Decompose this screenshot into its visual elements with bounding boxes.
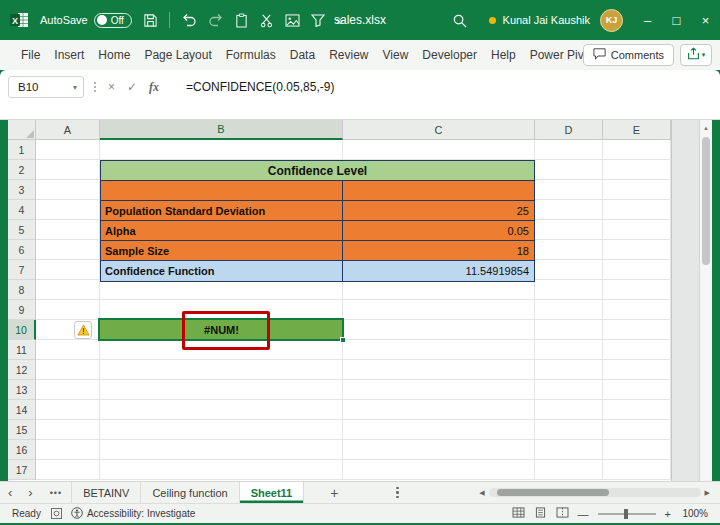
page-break-view-icon[interactable] (556, 507, 569, 520)
table-cell-value[interactable] (343, 181, 534, 200)
scroll-right-icon[interactable]: ▶ (705, 489, 710, 497)
name-box[interactable]: B10 ▾ (8, 76, 84, 98)
row-header-10[interactable]: 10 (8, 320, 36, 340)
row-header-17[interactable]: 17 (8, 460, 36, 480)
table-cell-value[interactable]: 0.05 (343, 221, 534, 240)
vertical-scrollbar[interactable]: ▲ (699, 120, 712, 481)
table-cell-value[interactable]: 25 (343, 201, 534, 220)
zoom-out-button[interactable]: — (578, 508, 589, 520)
new-sheet-button[interactable]: + (330, 485, 338, 501)
row-header-5[interactable]: 5 (8, 220, 36, 240)
row-header-9[interactable]: 9 (8, 300, 36, 320)
vertical-scrollbar-thumb[interactable] (702, 137, 710, 265)
zoom-slider[interactable] (598, 513, 656, 515)
sheet-menu-icon[interactable] (396, 487, 399, 499)
row-header-4[interactable]: 4 (8, 200, 36, 220)
accessibility-status[interactable]: Accessibility: Investigate (71, 507, 195, 521)
scroll-left-icon[interactable]: ◀ (479, 489, 484, 497)
cut-icon[interactable] (259, 13, 274, 28)
row-header-16[interactable]: 16 (8, 440, 36, 460)
row-header-1[interactable]: 1 (8, 140, 36, 160)
zoom-in-button[interactable]: + (665, 508, 671, 520)
sheet-tab-betainv[interactable]: BETAINV (71, 482, 141, 503)
column-header-c[interactable]: C (343, 120, 535, 140)
table-row[interactable]: Population Standard Deviation 25 (101, 201, 534, 221)
ribbon-tab-file[interactable]: File (14, 40, 47, 70)
ribbon-tab-view[interactable]: View (376, 40, 416, 70)
formula-input[interactable]: =CONFIDENCE(0.05,85,-9) (186, 76, 334, 98)
row-header-11[interactable]: 11 (8, 340, 36, 360)
document-title[interactable]: sales.xlsx (334, 0, 386, 40)
table-cell-label[interactable]: Sample Size (101, 241, 343, 260)
table-row[interactable]: Alpha 0.05 (101, 221, 534, 241)
autosave-switch[interactable]: Off (94, 13, 132, 28)
table-cell-label[interactable]: Confidence Function (101, 261, 343, 281)
ribbon-tab-home[interactable]: Home (91, 40, 137, 70)
sheet-tab-ceiling-function[interactable]: Ceiling function (141, 482, 239, 503)
page-layout-view-icon[interactable] (534, 507, 547, 520)
maximize-button[interactable]: □ (662, 0, 691, 40)
sheet-nav-next-icon[interactable]: › (20, 485, 40, 500)
undo-icon[interactable] (181, 13, 197, 27)
row-header-8[interactable]: 8 (8, 280, 36, 300)
picture-icon[interactable] (285, 14, 300, 27)
share-button[interactable]: ▾ (680, 44, 712, 66)
table-cell-label[interactable] (101, 181, 343, 200)
row-header-13[interactable]: 13 (8, 380, 36, 400)
cells-area[interactable]: Confidence Level Population Standard Dev… (36, 140, 671, 480)
table-spacer-row[interactable] (101, 181, 534, 201)
table-cell-value[interactable]: 18 (343, 241, 534, 260)
ribbon-tab-help[interactable]: Help (484, 40, 523, 70)
scroll-up-icon[interactable]: ▲ (700, 120, 712, 131)
table-cell-label[interactable]: Alpha (101, 221, 343, 240)
close-button[interactable]: × (691, 0, 720, 40)
zoom-level[interactable]: 100% (680, 508, 708, 519)
row-header-2[interactable]: 2 (8, 160, 36, 180)
confirm-entry-icon[interactable]: ✓ (127, 80, 137, 94)
column-header-b[interactable]: B (100, 120, 343, 140)
autosave-toggle[interactable]: AutoSave Off (40, 13, 132, 28)
table-title-cell[interactable]: Confidence Level (101, 161, 534, 181)
clipboard-icon[interactable] (235, 13, 248, 28)
minimize-button[interactable]: – (633, 0, 662, 40)
error-options-button[interactable] (74, 321, 92, 339)
table-row[interactable]: Confidence Function 11.54919854 (101, 261, 534, 281)
row-header-7[interactable]: 7 (8, 260, 36, 280)
user-name[interactable]: Kunal Jai Kaushik (503, 14, 590, 26)
row-header-12[interactable]: 12 (8, 360, 36, 380)
redo-icon[interactable] (208, 13, 224, 27)
filter-icon[interactable] (311, 13, 325, 27)
row-header-3[interactable]: 3 (8, 180, 36, 200)
sheet-tab-sheet11[interactable]: Sheet11 (240, 482, 305, 503)
sheet-tabs-overflow-icon[interactable]: ••• (41, 488, 71, 498)
row-header-15[interactable]: 15 (8, 420, 36, 440)
horizontal-scrollbar[interactable]: ◀ ▶ (479, 488, 710, 497)
table-cell-value[interactable]: 11.54919854 (343, 261, 534, 281)
sheet-nav-prev-icon[interactable]: ‹ (0, 485, 20, 500)
horizontal-scrollbar-track[interactable] (489, 488, 701, 497)
column-header-e[interactable]: E (603, 120, 671, 140)
insert-function-icon[interactable]: fx (149, 80, 159, 95)
excel-app-icon[interactable]: X (10, 11, 29, 29)
macro-record-icon[interactable] (51, 508, 62, 519)
save-icon[interactable] (143, 13, 158, 28)
cancel-entry-icon[interactable]: × (108, 80, 115, 94)
horizontal-scrollbar-thumb[interactable] (497, 489, 609, 496)
avatar[interactable]: KJ (600, 9, 623, 32)
search-icon[interactable] (452, 13, 467, 28)
select-all-corner[interactable] (8, 120, 36, 140)
ribbon-tab-developer[interactable]: Developer (415, 40, 484, 70)
ribbon-tab-page-layout[interactable]: Page Layout (137, 40, 218, 70)
normal-view-icon[interactable] (512, 507, 525, 520)
zoom-slider-thumb[interactable] (624, 509, 628, 519)
ribbon-tab-insert[interactable]: Insert (47, 40, 91, 70)
table-row[interactable]: Sample Size 18 (101, 241, 534, 261)
ribbon-tab-formulas[interactable]: Formulas (219, 40, 283, 70)
row-header-6[interactable]: 6 (8, 240, 36, 260)
comments-button[interactable]: Comments (583, 44, 674, 66)
row-header-14[interactable]: 14 (8, 400, 36, 420)
ribbon-tab-review[interactable]: Review (322, 40, 375, 70)
table-cell-label[interactable]: Population Standard Deviation (101, 201, 343, 220)
column-header-a[interactable]: A (36, 120, 100, 140)
ribbon-tab-data[interactable]: Data (283, 40, 322, 70)
